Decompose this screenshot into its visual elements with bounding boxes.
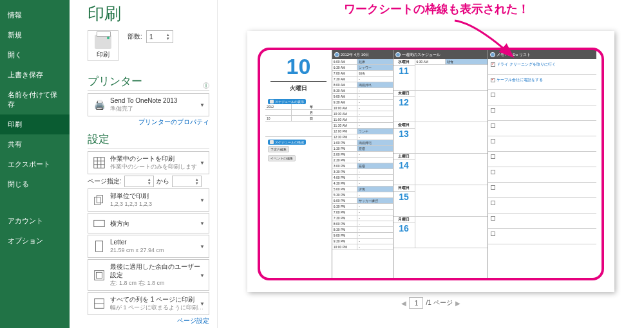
svg-rect-5 bbox=[95, 270, 104, 280]
page-preview: 10 火曜日 スケジュールの表示 2012年 月 10日 スケジュールの構成 予… bbox=[247, 31, 614, 292]
todo-row bbox=[488, 105, 596, 121]
svg-rect-6 bbox=[96, 272, 102, 278]
timeline-row: 1:00 PM両親帰宅 bbox=[332, 140, 393, 146]
timeline-row: 5:00 PM夕食 bbox=[332, 187, 393, 192]
timeline-row: 8:00 AM両親外出 bbox=[332, 82, 393, 88]
sidebar-item-共有[interactable]: 共有 bbox=[0, 134, 70, 154]
timeline-row: 9:00 PM- bbox=[332, 233, 393, 239]
doc-edit-event-btn: イベントの編集 bbox=[268, 155, 296, 161]
next-page-button[interactable]: ▶ bbox=[455, 300, 460, 307]
sidebar-item-名前を付けて保存[interactable]: 名前を付けて保存 bbox=[0, 85, 70, 114]
svg-rect-2 bbox=[97, 196, 102, 203]
margins-icon bbox=[92, 268, 106, 282]
timeline-row: 6:00 PMサッカー練習 bbox=[332, 198, 393, 204]
print-preview-pane: ワークシートの枠線も表示された！ 10 火曜日 スケジュールの表示 2012年 … bbox=[218, 0, 644, 328]
margins-selector[interactable]: 最後に適用した余白のユーザー設定左: 1.8 cm 右: 1.8 cm ▼ bbox=[88, 259, 209, 291]
sidebar-item-新規[interactable]: 新規 bbox=[0, 25, 70, 45]
page-navigator: ◀ 1 /1 ページ ▶ bbox=[401, 297, 460, 309]
page-setup-link[interactable]: ページ設定 bbox=[88, 316, 209, 325]
todo-row bbox=[488, 214, 596, 229]
timeline-row: 4:00 PM- bbox=[332, 175, 393, 181]
sidebar-item-オプション[interactable]: オプション bbox=[0, 231, 70, 251]
sidebar-item-アカウント[interactable]: アカウント bbox=[0, 211, 70, 231]
timeline-row: 3:30 PM- bbox=[332, 169, 393, 175]
printer-properties-link[interactable]: プリンターのプロパティ bbox=[88, 118, 209, 127]
copies-label: 部数: bbox=[128, 32, 142, 41]
doc-section-schedule-view: スケジュールの表示 bbox=[268, 99, 306, 104]
print-button[interactable]: 印刷 bbox=[88, 30, 118, 61]
backstage-sidebar: 情報新規開く上書き保存名前を付けて保存印刷共有エクスポート閉じる アカウントオプ… bbox=[0, 0, 70, 328]
page-total-label: /1 ページ bbox=[426, 298, 452, 307]
timeline-row: 5:30 PM- bbox=[332, 192, 393, 198]
timeline-row: 8:00 PM- bbox=[332, 221, 393, 227]
todo-row bbox=[488, 183, 596, 198]
collation-selector[interactable]: 部単位で印刷1,2,3 1,2,3 1,2,3 ▼ bbox=[88, 188, 209, 212]
copies-spinner[interactable]: 1 ▲▼ bbox=[146, 30, 173, 43]
printer-icon bbox=[95, 35, 111, 49]
orientation-selector[interactable]: 横方向 ▼ bbox=[88, 213, 209, 233]
timeline-row: 2:30 PM- bbox=[332, 158, 393, 163]
timeline-row: 12:00 PMランチ bbox=[332, 129, 393, 134]
timeline-row: 9:30 AM- bbox=[332, 100, 393, 105]
page-title: 印刷 bbox=[88, 3, 209, 25]
scaling-selector[interactable]: すべての列を 1 ページに印刷幅が 1 ページに収まるように印刷… ▼ bbox=[88, 292, 209, 315]
timeline-row: 7:30 AM- bbox=[332, 77, 393, 82]
page-from-input[interactable]: ▲▼ bbox=[124, 176, 154, 187]
timeline-row: 7:00 PM- bbox=[332, 210, 393, 215]
annotation-callout: ワークシートの枠線も表示された！ bbox=[344, 1, 529, 17]
timeline-row: 10:00 AM- bbox=[332, 105, 393, 111]
printer-section-title: プリンター bbox=[88, 74, 142, 89]
week-day-block: 木曜日12 bbox=[393, 91, 488, 122]
timeline-row: 12:30 PM- bbox=[332, 134, 393, 140]
timeline-row: 6:30 AMシャワー bbox=[332, 65, 393, 71]
todo-row bbox=[488, 90, 596, 105]
week-day-block: 月曜日16 bbox=[393, 217, 488, 248]
timeline-row: 8:30 AM- bbox=[332, 88, 393, 94]
timeline-row: 2:00 PM- bbox=[332, 152, 393, 158]
collate-icon bbox=[92, 193, 106, 207]
settings-section-title: 設定 bbox=[88, 132, 209, 149]
page-to-input[interactable]: ▲▼ bbox=[172, 176, 202, 187]
week-day-block: 土曜日14 bbox=[393, 154, 488, 185]
print-what-selector[interactable]: 作業中のシートを印刷作業中のシートのみを印刷します ▼ bbox=[88, 151, 209, 174]
doc-edit-appt-btn: 予定の編集 bbox=[268, 146, 289, 152]
sidebar-item-開く[interactable]: 開く bbox=[0, 45, 70, 65]
page-number-input[interactable]: 1 bbox=[409, 297, 423, 309]
timeline-row: 1:30 PM昼寝 bbox=[332, 146, 393, 152]
todo-row bbox=[488, 229, 596, 244]
svg-rect-0 bbox=[94, 158, 105, 169]
todo-row: ケーブル会社に電話をする bbox=[488, 75, 596, 90]
week-day-block: 水曜日116:30 AM朝食 bbox=[393, 59, 488, 91]
sidebar-item-エクスポート[interactable]: エクスポート bbox=[0, 154, 70, 174]
timeline-row: 10:00 PM- bbox=[332, 244, 393, 250]
info-icon[interactable]: i bbox=[203, 82, 209, 89]
paper-icon bbox=[92, 239, 106, 253]
annotation-arrow-icon bbox=[450, 18, 520, 63]
timeline-row: 4:30 PM- bbox=[332, 181, 393, 187]
sidebar-item-印刷[interactable]: 印刷 bbox=[0, 114, 70, 134]
week-day-block: 日曜日15 bbox=[393, 185, 488, 217]
todo-row bbox=[488, 121, 596, 136]
doc-big-date: 10 bbox=[265, 50, 332, 77]
prev-page-button[interactable]: ◀ bbox=[401, 300, 406, 307]
svg-rect-4 bbox=[96, 241, 103, 252]
svg-rect-3 bbox=[94, 220, 105, 226]
sidebar-item-情報[interactable]: 情報 bbox=[0, 5, 70, 25]
print-button-label: 印刷 bbox=[97, 50, 109, 59]
printer-selector[interactable]: 🖨️ Send To OneNote 2013 準備完了 ▼ bbox=[88, 93, 209, 116]
sheet-icon bbox=[92, 156, 106, 170]
todo-row bbox=[488, 152, 596, 167]
timeline-row: 6:30 PM- bbox=[332, 204, 393, 210]
timeline-row: 7:00 AM朝食 bbox=[332, 71, 393, 77]
page-range-label: ページ指定: bbox=[88, 177, 122, 186]
sidebar-item-閉じる[interactable]: 閉じる bbox=[0, 174, 70, 194]
timeline-row: 11:00 AM- bbox=[332, 117, 393, 123]
timeline-row: 10:30 AM- bbox=[332, 111, 393, 117]
paper-size-selector[interactable]: Letter21.59 cm x 27.94 cm ▼ bbox=[88, 235, 209, 258]
svg-rect-1 bbox=[95, 197, 100, 205]
sidebar-item-上書き保存[interactable]: 上書き保存 bbox=[0, 65, 70, 85]
week-day-block: 金曜日13 bbox=[393, 122, 488, 154]
todo-row bbox=[488, 167, 596, 183]
todo-row bbox=[488, 198, 596, 214]
doc-day-of-week: 火曜日 bbox=[270, 81, 327, 93]
